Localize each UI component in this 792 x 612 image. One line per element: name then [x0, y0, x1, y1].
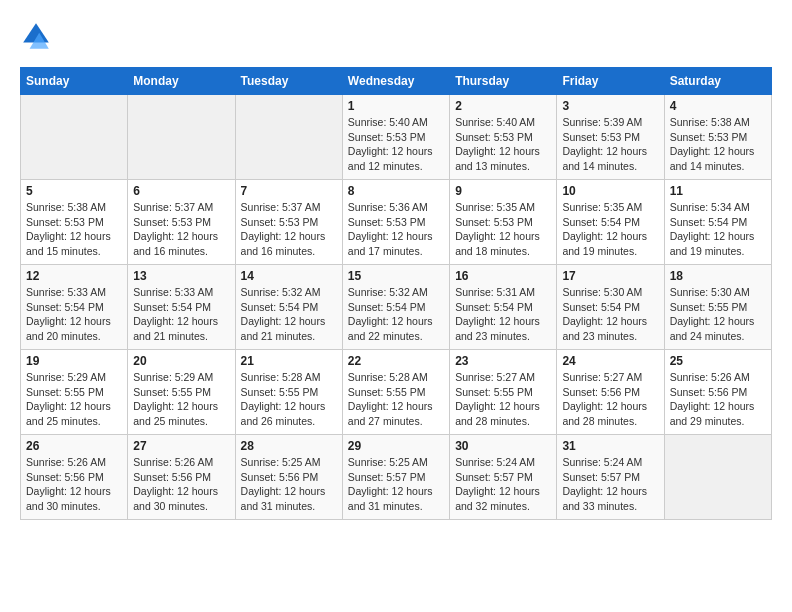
day-number: 26	[26, 439, 122, 453]
calendar-cell: 7Sunrise: 5:37 AM Sunset: 5:53 PM Daylig…	[235, 180, 342, 265]
calendar-header-row: SundayMondayTuesdayWednesdayThursdayFrid…	[21, 68, 772, 95]
week-row-2: 5Sunrise: 5:38 AM Sunset: 5:53 PM Daylig…	[21, 180, 772, 265]
calendar-cell: 9Sunrise: 5:35 AM Sunset: 5:53 PM Daylig…	[450, 180, 557, 265]
calendar-cell	[128, 95, 235, 180]
day-info: Sunrise: 5:30 AM Sunset: 5:55 PM Dayligh…	[670, 285, 766, 344]
calendar-cell: 3Sunrise: 5:39 AM Sunset: 5:53 PM Daylig…	[557, 95, 664, 180]
day-info: Sunrise: 5:28 AM Sunset: 5:55 PM Dayligh…	[241, 370, 337, 429]
day-info: Sunrise: 5:36 AM Sunset: 5:53 PM Dayligh…	[348, 200, 444, 259]
day-number: 31	[562, 439, 658, 453]
day-number: 23	[455, 354, 551, 368]
day-number: 24	[562, 354, 658, 368]
day-info: Sunrise: 5:35 AM Sunset: 5:54 PM Dayligh…	[562, 200, 658, 259]
day-number: 8	[348, 184, 444, 198]
calendar-cell: 25Sunrise: 5:26 AM Sunset: 5:56 PM Dayli…	[664, 350, 771, 435]
day-header-monday: Monday	[128, 68, 235, 95]
week-row-4: 19Sunrise: 5:29 AM Sunset: 5:55 PM Dayli…	[21, 350, 772, 435]
calendar-cell: 5Sunrise: 5:38 AM Sunset: 5:53 PM Daylig…	[21, 180, 128, 265]
day-info: Sunrise: 5:32 AM Sunset: 5:54 PM Dayligh…	[241, 285, 337, 344]
day-number: 10	[562, 184, 658, 198]
day-header-saturday: Saturday	[664, 68, 771, 95]
day-info: Sunrise: 5:31 AM Sunset: 5:54 PM Dayligh…	[455, 285, 551, 344]
day-info: Sunrise: 5:33 AM Sunset: 5:54 PM Dayligh…	[133, 285, 229, 344]
calendar-table: SundayMondayTuesdayWednesdayThursdayFrid…	[20, 67, 772, 520]
day-number: 6	[133, 184, 229, 198]
day-number: 17	[562, 269, 658, 283]
day-number: 20	[133, 354, 229, 368]
day-number: 30	[455, 439, 551, 453]
day-header-friday: Friday	[557, 68, 664, 95]
day-number: 16	[455, 269, 551, 283]
day-info: Sunrise: 5:33 AM Sunset: 5:54 PM Dayligh…	[26, 285, 122, 344]
day-number: 19	[26, 354, 122, 368]
day-number: 4	[670, 99, 766, 113]
day-info: Sunrise: 5:27 AM Sunset: 5:55 PM Dayligh…	[455, 370, 551, 429]
day-number: 14	[241, 269, 337, 283]
day-info: Sunrise: 5:26 AM Sunset: 5:56 PM Dayligh…	[670, 370, 766, 429]
day-header-wednesday: Wednesday	[342, 68, 449, 95]
day-number: 2	[455, 99, 551, 113]
day-info: Sunrise: 5:29 AM Sunset: 5:55 PM Dayligh…	[26, 370, 122, 429]
calendar-cell	[664, 435, 771, 520]
day-number: 9	[455, 184, 551, 198]
day-header-sunday: Sunday	[21, 68, 128, 95]
day-info: Sunrise: 5:30 AM Sunset: 5:54 PM Dayligh…	[562, 285, 658, 344]
calendar-cell: 10Sunrise: 5:35 AM Sunset: 5:54 PM Dayli…	[557, 180, 664, 265]
calendar-cell: 23Sunrise: 5:27 AM Sunset: 5:55 PM Dayli…	[450, 350, 557, 435]
day-header-tuesday: Tuesday	[235, 68, 342, 95]
calendar-cell: 1Sunrise: 5:40 AM Sunset: 5:53 PM Daylig…	[342, 95, 449, 180]
calendar-cell: 16Sunrise: 5:31 AM Sunset: 5:54 PM Dayli…	[450, 265, 557, 350]
day-number: 28	[241, 439, 337, 453]
calendar-cell: 29Sunrise: 5:25 AM Sunset: 5:57 PM Dayli…	[342, 435, 449, 520]
day-number: 1	[348, 99, 444, 113]
week-row-5: 26Sunrise: 5:26 AM Sunset: 5:56 PM Dayli…	[21, 435, 772, 520]
calendar-cell	[21, 95, 128, 180]
day-number: 11	[670, 184, 766, 198]
day-number: 12	[26, 269, 122, 283]
calendar-cell: 4Sunrise: 5:38 AM Sunset: 5:53 PM Daylig…	[664, 95, 771, 180]
calendar-cell: 27Sunrise: 5:26 AM Sunset: 5:56 PM Dayli…	[128, 435, 235, 520]
day-info: Sunrise: 5:25 AM Sunset: 5:56 PM Dayligh…	[241, 455, 337, 514]
calendar-cell: 26Sunrise: 5:26 AM Sunset: 5:56 PM Dayli…	[21, 435, 128, 520]
day-info: Sunrise: 5:27 AM Sunset: 5:56 PM Dayligh…	[562, 370, 658, 429]
calendar-cell: 15Sunrise: 5:32 AM Sunset: 5:54 PM Dayli…	[342, 265, 449, 350]
day-number: 29	[348, 439, 444, 453]
day-info: Sunrise: 5:25 AM Sunset: 5:57 PM Dayligh…	[348, 455, 444, 514]
day-info: Sunrise: 5:37 AM Sunset: 5:53 PM Dayligh…	[133, 200, 229, 259]
day-info: Sunrise: 5:38 AM Sunset: 5:53 PM Dayligh…	[670, 115, 766, 174]
calendar-cell: 2Sunrise: 5:40 AM Sunset: 5:53 PM Daylig…	[450, 95, 557, 180]
day-number: 5	[26, 184, 122, 198]
day-info: Sunrise: 5:34 AM Sunset: 5:54 PM Dayligh…	[670, 200, 766, 259]
calendar-cell: 12Sunrise: 5:33 AM Sunset: 5:54 PM Dayli…	[21, 265, 128, 350]
day-info: Sunrise: 5:39 AM Sunset: 5:53 PM Dayligh…	[562, 115, 658, 174]
day-info: Sunrise: 5:28 AM Sunset: 5:55 PM Dayligh…	[348, 370, 444, 429]
calendar-cell: 22Sunrise: 5:28 AM Sunset: 5:55 PM Dayli…	[342, 350, 449, 435]
calendar-cell: 24Sunrise: 5:27 AM Sunset: 5:56 PM Dayli…	[557, 350, 664, 435]
day-number: 25	[670, 354, 766, 368]
day-info: Sunrise: 5:24 AM Sunset: 5:57 PM Dayligh…	[562, 455, 658, 514]
day-number: 18	[670, 269, 766, 283]
day-header-thursday: Thursday	[450, 68, 557, 95]
day-info: Sunrise: 5:37 AM Sunset: 5:53 PM Dayligh…	[241, 200, 337, 259]
calendar-cell	[235, 95, 342, 180]
day-info: Sunrise: 5:38 AM Sunset: 5:53 PM Dayligh…	[26, 200, 122, 259]
calendar-cell: 18Sunrise: 5:30 AM Sunset: 5:55 PM Dayli…	[664, 265, 771, 350]
day-number: 27	[133, 439, 229, 453]
week-row-1: 1Sunrise: 5:40 AM Sunset: 5:53 PM Daylig…	[21, 95, 772, 180]
calendar-cell: 17Sunrise: 5:30 AM Sunset: 5:54 PM Dayli…	[557, 265, 664, 350]
page-header	[20, 20, 772, 52]
day-info: Sunrise: 5:40 AM Sunset: 5:53 PM Dayligh…	[455, 115, 551, 174]
day-info: Sunrise: 5:32 AM Sunset: 5:54 PM Dayligh…	[348, 285, 444, 344]
day-info: Sunrise: 5:40 AM Sunset: 5:53 PM Dayligh…	[348, 115, 444, 174]
day-number: 21	[241, 354, 337, 368]
day-info: Sunrise: 5:35 AM Sunset: 5:53 PM Dayligh…	[455, 200, 551, 259]
calendar-cell: 14Sunrise: 5:32 AM Sunset: 5:54 PM Dayli…	[235, 265, 342, 350]
calendar-cell: 6Sunrise: 5:37 AM Sunset: 5:53 PM Daylig…	[128, 180, 235, 265]
day-number: 7	[241, 184, 337, 198]
day-number: 22	[348, 354, 444, 368]
day-info: Sunrise: 5:26 AM Sunset: 5:56 PM Dayligh…	[133, 455, 229, 514]
day-info: Sunrise: 5:29 AM Sunset: 5:55 PM Dayligh…	[133, 370, 229, 429]
day-info: Sunrise: 5:24 AM Sunset: 5:57 PM Dayligh…	[455, 455, 551, 514]
calendar-cell: 11Sunrise: 5:34 AM Sunset: 5:54 PM Dayli…	[664, 180, 771, 265]
calendar-cell: 19Sunrise: 5:29 AM Sunset: 5:55 PM Dayli…	[21, 350, 128, 435]
